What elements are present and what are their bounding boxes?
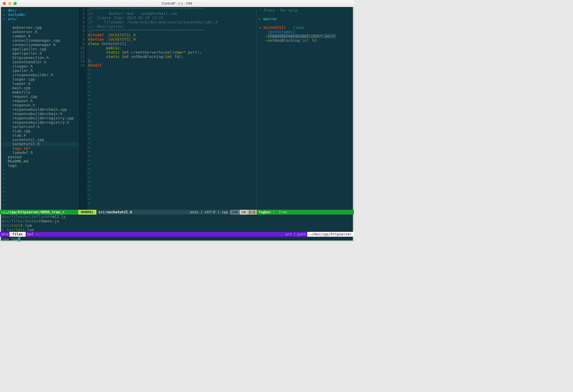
tree-file[interactable]: httpconnection.h (2, 56, 78, 60)
cursor-icon: _ (18, 237, 20, 241)
tagbar-pane[interactable]: " Press for help ▸ macros ▾ SocketUtil :… (257, 7, 354, 210)
window-title: ControlP - (~) - VIM (0, 1, 354, 5)
ctrlp-path: path (296, 232, 307, 237)
tree-file[interactable]: tags (2, 163, 78, 168)
code-pane[interactable]: 1234567891011121314 //******************… (79, 7, 257, 210)
ctrlp-prt: prt (284, 232, 294, 237)
status-filetype: cpp (220, 210, 230, 215)
status-fileformat: unix (188, 210, 200, 215)
tree-file[interactable]: ' (2, 21, 78, 25)
tree-file[interactable]: ipoller.h (2, 68, 78, 73)
ctrlp-mode-files[interactable]: files (9, 232, 25, 237)
tree-file[interactable]: socketutil.cpp (2, 137, 78, 142)
tree-file[interactable]: ieventhandler.h (2, 60, 78, 64)
ctrlp-statusline: mru files buf — prt | path ~/dev/cpp/htt… (0, 232, 354, 237)
tree-file[interactable]: epollpoller.h (2, 51, 78, 56)
ctrlp-results[interactable]: bin/files/writeflashhtml2.js bin/files/d… (0, 215, 354, 232)
tree-file[interactable]: README.md (2, 159, 78, 163)
ctrlp-result[interactable]: > bin/test.lua (2, 228, 353, 232)
editor-area: ▸ doc/▸ include/▾ src/ ' axbserver.cpp a… (0, 7, 354, 210)
status-file: src/socketutil.h (96, 210, 134, 215)
tree-file[interactable]: socketutil.h (2, 142, 78, 146)
ctrlp-result[interactable]: bin/test2.lua (2, 223, 353, 228)
tree-file[interactable]: looper.h (2, 81, 78, 86)
ctrlp-regex-icon: — (35, 232, 40, 237)
statusline-main: NORMAL src/socketutil.h unix| utf-8| cpp… (78, 210, 257, 215)
ctrlp-mode-buf[interactable]: buf (26, 232, 35, 237)
statusline-tagbar: Tagbar | Tree (257, 210, 354, 215)
status-encoding: utf-8 (203, 210, 217, 215)
tree-file[interactable]: tags.sh* (2, 146, 78, 150)
status-position: 2:1 (247, 210, 257, 215)
statusline-nerdtree: ~/…/cpp/httpserver/NERD_tree_> (0, 210, 78, 215)
vim-mode: NORMAL (78, 210, 96, 215)
tree-file[interactable]: axbserver.h (2, 30, 78, 34)
status-percent: 14% (230, 210, 240, 215)
tree-file[interactable]: response.h (2, 103, 78, 107)
tree-file[interactable]: responsebuilderchain.cpp (2, 107, 78, 112)
tree-file[interactable]: common.h (2, 34, 78, 38)
tree-file[interactable]: serverconf.h (2, 125, 78, 129)
tree-file[interactable]: ilooper.h (2, 64, 78, 68)
tree-file[interactable]: looper.cpp (2, 77, 78, 81)
ctrlp-cwd: ~/dev/cpp/httpserver (307, 232, 354, 237)
tree-file[interactable]: responsebuilderchain.h (2, 112, 78, 116)
tree-file[interactable]: request.cpp (2, 94, 78, 99)
source-code[interactable]: //**************************************… (87, 7, 217, 210)
ctrlp-result[interactable]: bin/files/ddsmoothmenu.js (2, 219, 353, 223)
tree-file[interactable]: passwd (2, 155, 78, 159)
tree-file[interactable]: slab.h (2, 133, 78, 137)
titlebar: ControlP - (~) - VIM (0, 0, 354, 7)
statusline: ~/…/cpp/httpserver/NERD_tree_> NORMAL sr… (0, 210, 354, 215)
status-ln-label: LN (240, 210, 247, 215)
tree-file[interactable]: request.h (2, 99, 78, 103)
line-number-gutter: 1234567891011121314 (79, 7, 87, 210)
ctrlp-mode-mru[interactable]: mru (0, 232, 9, 237)
tree-file[interactable]: makefile (2, 90, 78, 94)
tree-file[interactable]: slab.cpp (2, 129, 78, 133)
nerdtree-pane[interactable]: ▸ doc/▸ include/▾ src/ ' axbserver.cpp a… (0, 7, 78, 210)
tree-file[interactable]: axbserver.cpp (2, 25, 78, 30)
tree-file[interactable]: iresponsebuilder.h (2, 73, 78, 77)
ctrlp-input[interactable]: >>> tes_ (0, 237, 354, 242)
tree-file[interactable]: connectionmanager.cpp (2, 38, 78, 43)
tree-file[interactable]: typedef.h (2, 150, 78, 155)
tree-file[interactable]: responsebuilderregistry.cpp (2, 116, 78, 120)
tree-file[interactable]: epollpoller.cpp (2, 47, 78, 51)
ctrlp-result[interactable]: bin/files/writeflashhtml2.js (2, 215, 353, 219)
vim-window: ControlP - (~) - VIM ▸ doc/▸ include/▾ s… (0, 0, 354, 242)
tree-file[interactable]: main.cpp (2, 86, 78, 90)
tree-file[interactable]: responsebuilderregistry.h (2, 120, 78, 125)
tree-file[interactable]: connectionmanager.h (2, 43, 78, 47)
